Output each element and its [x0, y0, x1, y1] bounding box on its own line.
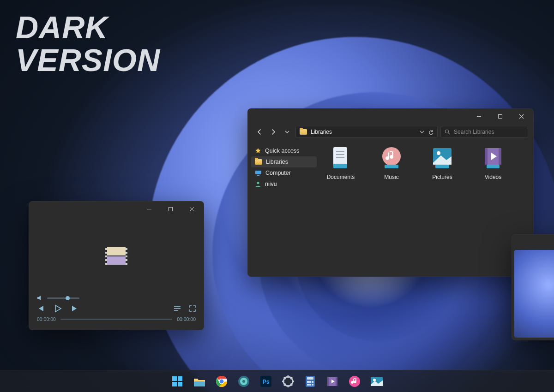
svg-rect-73 [309, 384, 311, 386]
svg-point-80 [373, 379, 376, 381]
next-button[interactable] [71, 305, 78, 312]
sidebar-item-user[interactable]: niivu [251, 178, 317, 190]
svg-rect-39 [126, 259, 127, 261]
svg-rect-44 [172, 376, 177, 381]
svg-rect-15 [385, 165, 398, 168]
svg-rect-31 [105, 248, 107, 250]
svg-line-5 [448, 133, 450, 134]
taskbar-media[interactable] [235, 373, 252, 390]
explorer-titlebar[interactable] [247, 108, 534, 124]
svg-rect-27 [107, 247, 126, 255]
taskbar-itunes[interactable] [346, 373, 363, 390]
svg-rect-35 [105, 263, 107, 265]
close-button[interactable] [181, 202, 202, 216]
close-button[interactable] [511, 109, 532, 123]
videos-icon [480, 145, 506, 171]
prev-button[interactable] [37, 305, 44, 312]
taskbar-videos[interactable] [324, 373, 341, 390]
volume-icon[interactable] [37, 295, 43, 301]
library-item-videos[interactable]: Videos [475, 145, 512, 180]
player-titlebar[interactable] [29, 201, 204, 217]
caption-line-2: VERSION [16, 44, 160, 77]
svg-point-8 [257, 182, 259, 184]
monitor-icon [255, 170, 262, 176]
svg-rect-18 [435, 165, 449, 168]
folder-icon [300, 129, 307, 135]
folder-icon [255, 159, 262, 165]
library-item-documents[interactable]: Documents [322, 145, 359, 180]
svg-rect-34 [105, 259, 107, 261]
documents-icon [328, 145, 354, 171]
player-controls: 00:00:00 00:00:00 [29, 295, 204, 327]
taskbar-settings[interactable] [280, 373, 296, 390]
nav-back-button[interactable] [254, 126, 265, 137]
svg-text:Ps: Ps [263, 379, 270, 385]
svg-point-66 [286, 380, 290, 383]
library-item-music[interactable]: Music [373, 145, 410, 180]
svg-rect-45 [178, 376, 182, 381]
chevron-down-icon[interactable] [420, 130, 424, 134]
svg-rect-37 [126, 252, 127, 254]
sidebar-item-computer[interactable]: Computer [251, 167, 317, 178]
taskbar-photoshop[interactable]: Ps [258, 373, 274, 390]
svg-rect-20 [485, 148, 488, 165]
library-item-pictures[interactable]: Pictures [424, 145, 461, 180]
volume-slider[interactable] [47, 297, 79, 299]
sidebar-item-quick-access[interactable]: Quick access [251, 145, 317, 156]
media-player-window[interactable]: 00:00:00 00:00:00 [29, 201, 204, 330]
taskbar-photos[interactable] [368, 373, 385, 390]
maximize-button[interactable] [160, 202, 181, 216]
music-icon [379, 145, 404, 171]
seek-slider[interactable] [60, 319, 172, 320]
taskbar-explorer[interactable] [191, 373, 208, 390]
film-icon [105, 246, 127, 266]
explorer-address-row: Libraries Search Libraries [247, 124, 534, 142]
address-bar[interactable]: Libraries [295, 126, 438, 138]
refresh-icon[interactable] [428, 129, 434, 135]
play-button[interactable] [54, 304, 62, 313]
promo-caption: DARK VERSION [16, 11, 160, 76]
svg-rect-7 [257, 175, 259, 176]
taskbar-start-button[interactable] [169, 373, 186, 390]
svg-point-4 [446, 130, 449, 133]
svg-rect-36 [126, 248, 127, 250]
svg-rect-47 [178, 382, 182, 386]
search-input[interactable]: Search Libraries [440, 126, 528, 138]
player-stage [29, 217, 204, 295]
minimize-button[interactable] [468, 109, 489, 123]
svg-rect-6 [255, 171, 261, 174]
library-item-label: Documents [322, 174, 359, 180]
time-remaining: 00:00:00 [177, 316, 196, 322]
pictures-icon [429, 145, 455, 171]
svg-point-54 [242, 380, 245, 383]
nav-recent-button[interactable] [282, 126, 293, 137]
image-viewer-window[interactable] [512, 234, 554, 340]
sidebar-item-label: Libraries [266, 159, 288, 165]
svg-rect-22 [487, 165, 500, 168]
svg-rect-9 [333, 147, 347, 166]
viewer-titlebar[interactable] [512, 234, 554, 250]
svg-rect-21 [499, 148, 501, 165]
svg-rect-33 [105, 255, 107, 257]
svg-rect-68 [307, 377, 313, 380]
svg-rect-77 [336, 377, 337, 386]
minimize-button[interactable] [138, 202, 160, 216]
svg-rect-10 [333, 164, 347, 168]
search-placeholder: Search Libraries [454, 129, 494, 135]
maximize-button[interactable] [489, 109, 511, 123]
taskbar[interactable]: Ps [0, 370, 554, 392]
nav-forward-button[interactable] [268, 126, 279, 137]
taskbar-calculator[interactable] [302, 373, 319, 390]
svg-rect-24 [169, 207, 172, 211]
sidebar-item-label: Computer [265, 170, 291, 176]
svg-point-17 [437, 151, 440, 155]
sidebar-item-libraries[interactable]: Libraries [251, 156, 317, 167]
fullscreen-button[interactable] [189, 305, 196, 312]
taskbar-chrome[interactable] [213, 373, 230, 390]
svg-rect-32 [105, 252, 107, 254]
explorer-content: Documents Music Pictures Videos [320, 142, 534, 276]
file-explorer-window[interactable]: Libraries Search Libraries Quick access … [247, 108, 534, 277]
sidebar-item-label: Quick access [265, 148, 299, 154]
svg-rect-72 [307, 384, 309, 386]
playlist-button[interactable] [174, 306, 181, 311]
